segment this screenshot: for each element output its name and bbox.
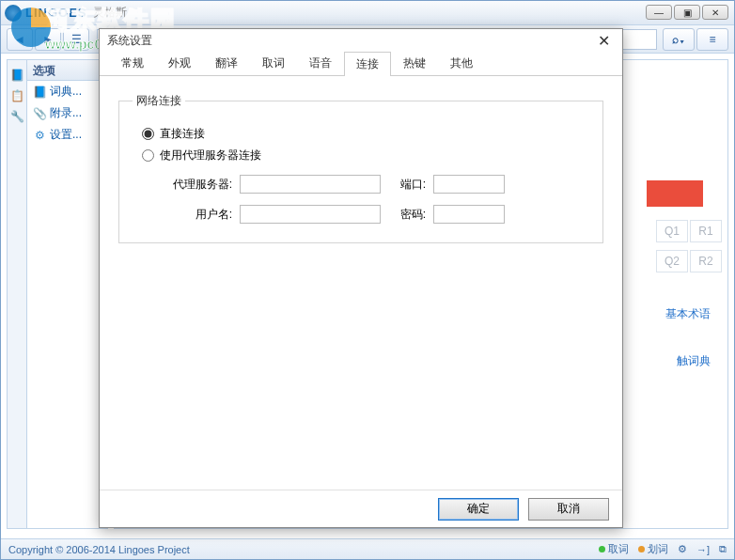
maximize-button[interactable]: ▣ bbox=[674, 5, 700, 20]
sidebar-item-label: 设置... bbox=[50, 127, 82, 143]
brand-cn: 灵格斯 bbox=[93, 5, 127, 21]
cell-q2[interactable]: Q2 bbox=[656, 250, 688, 272]
sidebar-item-appendix[interactable]: 📎 附录... bbox=[27, 102, 107, 124]
settings-icon: ⚙ bbox=[33, 129, 46, 142]
port-label: 端口: bbox=[388, 177, 426, 193]
dialog-tabs: 常规 外观 翻译 取词 语音 连接 热键 其他 bbox=[100, 52, 622, 76]
status-select[interactable]: 划词 bbox=[638, 542, 668, 556]
status-dot-green bbox=[599, 546, 605, 552]
tab-general[interactable]: 常规 bbox=[109, 51, 156, 75]
pass-input[interactable] bbox=[433, 205, 505, 224]
sidebar-item-settings[interactable]: ⚙ 设置... bbox=[27, 124, 107, 146]
close-button[interactable]: ✕ bbox=[702, 5, 728, 20]
sidebar-icon-rail: 📘 📋 🔧 bbox=[7, 59, 27, 529]
cell-q1[interactable]: Q1 bbox=[656, 220, 688, 242]
ok-button[interactable]: 确定 bbox=[438, 498, 519, 521]
status-config-icon[interactable]: ⚙ bbox=[678, 543, 687, 555]
tab-other[interactable]: 其他 bbox=[438, 51, 485, 75]
statusbar: Copyright © 2006-2014 Lingoes Project 取词… bbox=[1, 538, 734, 559]
search-button[interactable]: ⌕▾ bbox=[663, 28, 695, 51]
dialog-body: 网络连接 直接连接 使用代理服务器连接 代理服务器: 端口: 用户名: 密码: bbox=[100, 76, 622, 490]
sidebar-item-dict[interactable]: 📘 词典... bbox=[27, 81, 107, 102]
user-label: 用户名: bbox=[161, 207, 232, 223]
radio-proxy[interactable] bbox=[142, 149, 154, 162]
appendix-icon: 📎 bbox=[33, 107, 46, 120]
sidebar-header: 选项 bbox=[27, 60, 107, 81]
minimize-button[interactable]: — bbox=[646, 5, 672, 20]
radio-direct-label: 直接连接 bbox=[160, 126, 205, 142]
link-touch-dict[interactable]: 触词典 bbox=[677, 353, 711, 369]
tab-connection[interactable]: 连接 bbox=[344, 52, 391, 76]
network-legend: 网络连接 bbox=[133, 93, 185, 109]
status-layout-icon[interactable]: ⧉ bbox=[719, 543, 727, 555]
dict-icon: 📘 bbox=[33, 86, 46, 99]
sidebar-item-label: 词典... bbox=[50, 84, 82, 100]
tab-appearance[interactable]: 外观 bbox=[156, 51, 203, 75]
sidebar-rail-icon-settings[interactable]: 🔧 bbox=[8, 107, 26, 126]
link-basic-terms[interactable]: 基本术语 bbox=[665, 306, 711, 322]
radio-direct[interactable] bbox=[142, 128, 154, 140]
sidebar-item-label: 附录... bbox=[50, 105, 82, 121]
network-group: 网络连接 直接连接 使用代理服务器连接 代理服务器: 端口: 用户名: 密码: bbox=[118, 93, 603, 243]
status-mini-icon[interactable]: →] bbox=[696, 544, 710, 555]
dialog-title: 系统设置 bbox=[107, 33, 152, 49]
nav-forward-button[interactable]: ► bbox=[35, 28, 61, 51]
radio-proxy-row[interactable]: 使用代理服务器连接 bbox=[142, 148, 580, 163]
app-icon bbox=[5, 5, 22, 22]
cell-r2[interactable]: R2 bbox=[690, 250, 722, 272]
proxy-label: 代理服务器: bbox=[161, 177, 232, 193]
menu-button[interactable]: ≡ bbox=[696, 28, 728, 51]
radio-direct-row[interactable]: 直接连接 bbox=[142, 126, 580, 142]
tab-voice[interactable]: 语音 bbox=[297, 51, 344, 75]
sidebar-panel: 选项 📘 词典... 📎 附录... ⚙ 设置... bbox=[27, 59, 108, 529]
highlight-box bbox=[647, 180, 703, 207]
titlebar: LINGOES 灵格斯 — ▣ ✕ bbox=[1, 1, 734, 25]
toc-button[interactable]: ☰ bbox=[63, 28, 89, 51]
radio-proxy-label: 使用代理服务器连接 bbox=[160, 148, 261, 163]
tab-hotkey[interactable]: 热键 bbox=[391, 51, 438, 75]
sidebar-rail-icon-dict[interactable]: 📘 bbox=[8, 66, 26, 85]
proxy-input[interactable] bbox=[240, 175, 381, 194]
port-input[interactable] bbox=[433, 175, 505, 194]
status-capture[interactable]: 取词 bbox=[599, 542, 629, 556]
brand: LINGOES bbox=[25, 6, 87, 20]
dialog-footer: 确定 取消 bbox=[100, 490, 622, 527]
dialog-titlebar: 系统设置 ✕ bbox=[100, 29, 622, 52]
nav-back-button[interactable]: ◄ bbox=[7, 28, 33, 51]
copyright: Copyright © 2006-2014 Lingoes Project bbox=[8, 544, 190, 555]
status-dot-orange bbox=[638, 546, 645, 552]
sidebar-rail-icon-appendix[interactable]: 📋 bbox=[8, 86, 26, 105]
dialog-close-button[interactable]: ✕ bbox=[592, 31, 615, 50]
cancel-button[interactable]: 取消 bbox=[528, 498, 609, 521]
tab-translate[interactable]: 翻译 bbox=[203, 51, 250, 75]
cell-r1[interactable]: R1 bbox=[690, 220, 722, 242]
sidebar: 📘 📋 🔧 选项 📘 词典... 📎 附录... ⚙ 设置... bbox=[7, 59, 108, 529]
tab-capture[interactable]: 取词 bbox=[250, 51, 297, 75]
pass-label: 密码: bbox=[388, 207, 426, 223]
settings-dialog: 系统设置 ✕ 常规 外观 翻译 取词 语音 连接 热键 其他 网络连接 直接连接… bbox=[99, 28, 623, 528]
window-controls: — ▣ ✕ bbox=[646, 5, 728, 20]
user-input[interactable] bbox=[240, 205, 381, 224]
